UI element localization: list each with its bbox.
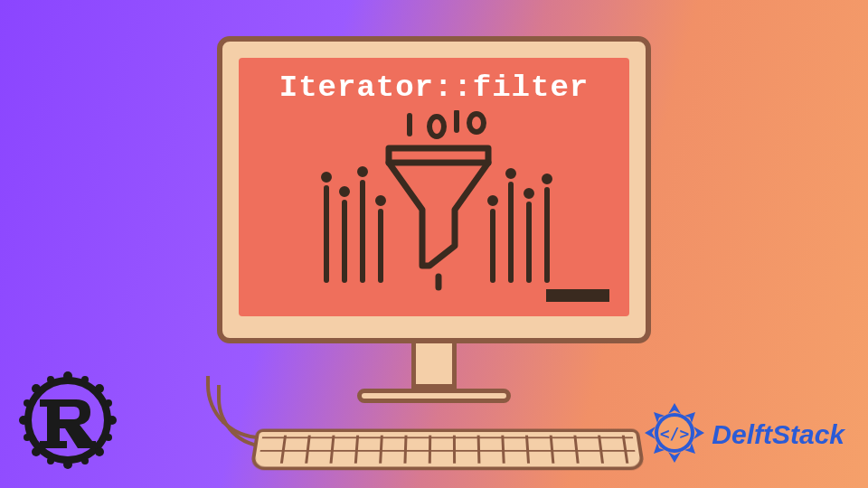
svg-point-28 bbox=[95, 384, 104, 393]
svg-point-29 bbox=[32, 447, 41, 456]
svg-point-37 bbox=[105, 399, 112, 407]
svg-point-18 bbox=[526, 191, 532, 196]
svg-point-26 bbox=[108, 416, 117, 425]
svg-point-36 bbox=[24, 434, 31, 441]
svg-point-6 bbox=[324, 174, 329, 180]
delftstack-text: DelftStack bbox=[712, 419, 844, 450]
svg-point-25 bbox=[19, 416, 28, 425]
svg-point-33 bbox=[47, 457, 54, 465]
svg-text:</>: </> bbox=[660, 424, 690, 443]
svg-point-30 bbox=[95, 447, 104, 456]
filter-funnel-icon bbox=[303, 110, 565, 291]
text-cursor-bar bbox=[546, 289, 609, 302]
svg-point-32 bbox=[81, 376, 89, 383]
svg-point-35 bbox=[24, 399, 31, 407]
svg-point-34 bbox=[81, 457, 89, 465]
svg-point-27 bbox=[32, 384, 41, 393]
svg-point-10 bbox=[360, 169, 365, 174]
computer-illustration: Iterator::filter bbox=[217, 36, 651, 403]
delftstack-logo: </> DelftStack bbox=[643, 401, 844, 468]
svg-point-14 bbox=[490, 198, 495, 203]
svg-point-38 bbox=[105, 434, 112, 441]
svg-point-1 bbox=[429, 117, 444, 136]
svg-point-12 bbox=[378, 198, 383, 203]
svg-point-16 bbox=[508, 171, 514, 176]
screen-title: Iterator::filter bbox=[279, 70, 589, 105]
svg-point-23 bbox=[63, 371, 72, 380]
delftstack-badge-icon: </> bbox=[643, 401, 706, 468]
monitor-stand bbox=[411, 343, 457, 389]
svg-point-31 bbox=[47, 376, 54, 383]
svg-point-3 bbox=[469, 114, 484, 132]
monitor-base bbox=[357, 389, 511, 403]
keyboard bbox=[250, 429, 645, 471]
svg-point-20 bbox=[544, 176, 550, 182]
rust-logo-icon bbox=[18, 371, 118, 474]
svg-point-24 bbox=[63, 460, 72, 469]
svg-point-8 bbox=[342, 189, 347, 194]
monitor-screen: Iterator::filter bbox=[239, 58, 629, 316]
monitor-frame: Iterator::filter bbox=[217, 36, 651, 343]
